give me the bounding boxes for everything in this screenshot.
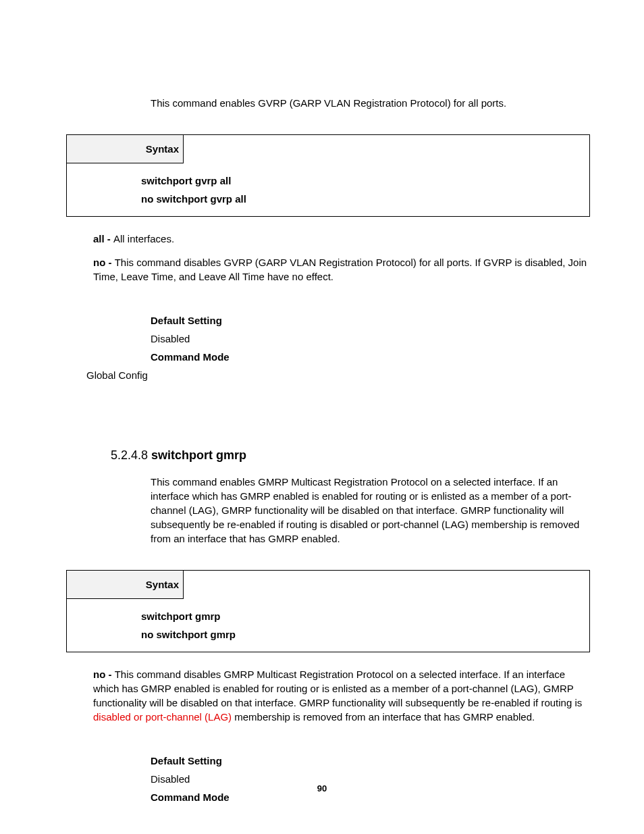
command-mode-label: Command Mode — [151, 350, 590, 364]
page-content: This command enables GVRP (GARP VLAN Reg… — [66, 96, 590, 808]
definition-block-gvrp: Default Setting Disabled Command Mode — [151, 313, 590, 364]
param-all: all - All interfaces. — [93, 232, 590, 246]
param-text-b: membership is removed from an interface … — [232, 711, 535, 723]
param-text-a: This command disables GMRP Multicast Reg… — [93, 669, 582, 708]
param-description-gvrp: all - All interfaces. no - This command … — [93, 232, 590, 284]
definition-block-gmrp: Default Setting Disabled Command Mode — [151, 754, 590, 804]
syntax-line: switchport gmrp — [141, 607, 589, 625]
command-mode-value: Global Config — [86, 368, 590, 382]
syntax-label: Syntax — [67, 571, 184, 599]
syntax-body-gmrp: switchport gmrp no switchport gmrp — [67, 599, 589, 652]
syntax-box-gvrp: Syntax switchport gvrp all no switchport… — [66, 134, 590, 217]
param-label: no - — [93, 669, 115, 680]
intro-paragraph-gmrp: This command enables GMRP Multicast Regi… — [151, 475, 590, 546]
intro-paragraph-gvrp: This command enables GVRP (GARP VLAN Reg… — [151, 96, 590, 110]
syntax-header-row: Syntax — [67, 571, 589, 599]
param-label: all - — [93, 233, 113, 244]
syntax-body-gvrp: switchport gvrp all no switchport gvrp a… — [67, 163, 589, 216]
syntax-label: Syntax — [67, 135, 184, 163]
syntax-line: no switchport gmrp — [141, 625, 589, 644]
page-number: 90 — [0, 783, 644, 795]
param-description-gmrp: no - This command disables GMRP Multicas… — [93, 667, 590, 724]
default-setting-label: Default Setting — [151, 313, 590, 328]
param-text: All interfaces. — [113, 233, 174, 244]
section-heading: 5.2.4.8 switchport gmrp — [111, 447, 590, 464]
section-number: 5.2.4.8 — [111, 448, 151, 462]
param-text-red: disabled or port-channel (LAG) — [93, 711, 232, 723]
syntax-line: switchport gvrp all — [141, 172, 589, 190]
param-no: no - This command disables GMRP Multicas… — [93, 667, 590, 724]
param-no: no - This command disables GVRP (GARP VL… — [93, 255, 590, 284]
section-title: switchport gmrp — [151, 448, 246, 462]
default-setting-value: Disabled — [151, 332, 590, 346]
param-text: This command disables GVRP (GARP VLAN Re… — [93, 257, 587, 282]
param-label: no - — [93, 257, 115, 268]
syntax-line: no switchport gvrp all — [141, 190, 589, 208]
syntax-header-row: Syntax — [67, 135, 589, 163]
syntax-box-gmrp: Syntax switchport gmrp no switchport gmr… — [66, 570, 590, 652]
default-setting-label: Default Setting — [151, 754, 590, 768]
